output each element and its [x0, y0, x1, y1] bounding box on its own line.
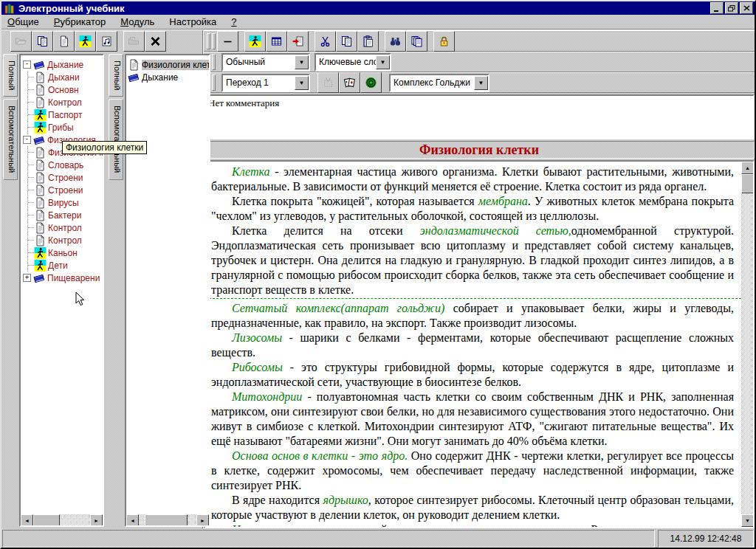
glossary-term[interactable]: Рибосомы — [232, 361, 283, 373]
lock-button[interactable] — [433, 31, 455, 52]
tree-item[interactable]: Основн — [28, 83, 103, 96]
scroll-left-icon[interactable]: ◄ — [126, 514, 139, 527]
scroll-left-icon[interactable]: ◄ — [21, 514, 33, 527]
paragraph: Клетка покрыта "кожицей", которая называ… — [211, 194, 734, 224]
menu-item[interactable]: ? — [231, 16, 236, 27]
pages-button[interactable] — [406, 31, 427, 52]
tab-auxiliary[interactable]: Вспомогательный — [3, 99, 18, 179]
tree-item[interactable]: Грибы — [28, 121, 103, 134]
dash-icon — [221, 35, 234, 47]
chevron-down-icon[interactable]: ▼ — [295, 76, 309, 90]
article-vscrollbar[interactable]: ▲ ▼ — [741, 162, 753, 527]
toolbar-grip[interactable] — [212, 75, 216, 91]
glossary-term[interactable]: Цитоплазма — [232, 523, 295, 527]
tree-item[interactable]: Строени — [28, 184, 103, 196]
target-button[interactable] — [360, 72, 382, 93]
expand-toggle-icon[interactable]: + — [23, 274, 31, 282]
table-icon — [270, 35, 283, 47]
scroll-thumb[interactable] — [33, 514, 60, 527]
close-button[interactable] — [740, 2, 753, 14]
tree-item[interactable]: Дыхание — [128, 71, 209, 83]
tree-item[interactable]: Бактери — [28, 209, 103, 221]
chevron-down-icon[interactable]: ▼ — [474, 76, 488, 90]
paste-icon — [362, 35, 374, 47]
table-button[interactable] — [266, 31, 287, 52]
import-page-button[interactable] — [287, 31, 309, 52]
collapse-toggle-icon[interactable]: - — [23, 136, 31, 144]
glossary-term[interactable]: эндолазматической сетью, — [420, 224, 571, 237]
tab-full[interactable]: Полный — [3, 54, 18, 97]
tree-item-label: Контрол — [48, 235, 82, 246]
chevron-down-icon[interactable]: ▼ — [295, 55, 309, 69]
scroll-thumb[interactable] — [145, 514, 188, 527]
cut-button[interactable] — [315, 31, 336, 52]
glossary-term[interactable]: ядрышко — [323, 494, 368, 506]
scroll-up-icon[interactable]: ▲ — [741, 162, 754, 174]
menu-item[interactable]: Модуль — [120, 16, 154, 27]
search-button[interactable] — [385, 31, 406, 52]
search-mode-combobox[interactable]: Ключевые слов ▼ — [315, 53, 391, 72]
menu-item[interactable]: Рубрикатор — [54, 16, 106, 27]
scroll-right-icon[interactable]: ► — [90, 514, 103, 527]
anchor-combobox[interactable]: Комплекс Гольджи ▼ — [389, 74, 489, 92]
main-area: ПолныйВспомогательный -ДыханиеДыханиОсно… — [1, 30, 755, 528]
toolbar-grip[interactable] — [212, 54, 216, 70]
scroll-down-icon[interactable]: ▼ — [741, 514, 754, 527]
chevron-down-icon[interactable]: ▼ — [376, 55, 390, 69]
delete-button[interactable] — [145, 31, 166, 52]
tree-item[interactable]: -Дыхание — [22, 58, 103, 71]
page-icon — [34, 184, 46, 196]
glossary-term[interactable]: Клетка — [232, 165, 270, 178]
tree-item[interactable]: Контрол — [28, 96, 103, 108]
page-icon — [34, 172, 46, 184]
tree-item[interactable]: Строени — [28, 171, 103, 184]
toolbar-grip[interactable] — [207, 33, 210, 49]
page-icon — [34, 159, 46, 171]
collapse-toggle-icon[interactable]: - — [23, 61, 31, 69]
tree-item[interactable]: Контрол — [28, 234, 103, 246]
scroll-thumb[interactable] — [741, 174, 755, 193]
run-module-button[interactable] — [244, 31, 266, 52]
dash-button[interactable] — [217, 31, 238, 52]
copy-button[interactable] — [336, 31, 357, 52]
comment-box[interactable]: Нет комментария — [204, 94, 755, 139]
tab-auxiliary[interactable]: Вспомогательный — [109, 99, 123, 179]
glossary-term[interactable]: Митохондрии — [232, 390, 302, 403]
tree-item[interactable]: Вирусы — [28, 196, 103, 209]
tree-item[interactable]: Дети — [28, 259, 103, 272]
tree2-hscrollbar[interactable]: ◄ ► — [126, 514, 209, 525]
tab-full[interactable]: Полный — [109, 54, 123, 97]
app-books-icon — [4, 3, 16, 14]
glossary-term[interactable]: мембрана — [478, 195, 528, 207]
glossary-term[interactable]: Сетчатый комплекс(аппарат гольджи) — [232, 302, 444, 314]
menu-item[interactable]: Настройка — [169, 16, 216, 27]
docs-icon — [410, 35, 423, 47]
app-window: Электронный учебник ОбщиеРубрикаторМодул… — [0, 0, 756, 549]
tree-connector — [28, 77, 34, 77]
tree-item[interactable]: Словарь — [28, 159, 103, 171]
run-module-button[interactable] — [75, 31, 96, 52]
glossary-term[interactable]: Лизосомы — [232, 331, 282, 344]
article-panel: Клетка - элементарная частица живого орг… — [204, 160, 755, 528]
tree-item[interactable]: Дыхани — [28, 71, 103, 83]
tree1-hscrollbar[interactable]: ◄ ► — [21, 514, 103, 525]
copy-button[interactable] — [32, 31, 53, 52]
tree-item[interactable]: +Пищеварени — [22, 272, 103, 284]
tree-item[interactable]: Физиология клетк — [128, 58, 209, 71]
menu-item[interactable]: Общие — [7, 16, 39, 27]
cards-button[interactable] — [339, 72, 360, 93]
scroll-right-icon[interactable]: ► — [196, 514, 209, 527]
tree-item[interactable]: Контрол — [28, 221, 103, 234]
tree-item[interactable]: Паспорт — [28, 108, 103, 121]
glossary-term[interactable]: Основа основ в клетки - это ядро. — [232, 449, 408, 462]
tree-connector — [28, 202, 34, 203]
paste-button[interactable] — [357, 31, 379, 52]
media-button[interactable] — [96, 31, 117, 52]
document-button[interactable] — [53, 31, 75, 52]
style-combobox[interactable]: Обычный ▼ — [221, 53, 310, 72]
transition-combobox[interactable]: Переход 1 ▼ — [221, 74, 310, 92]
tree-item[interactable]: Каньон — [28, 246, 103, 259]
restore-button[interactable] — [725, 2, 738, 14]
toolbar-grip[interactable] — [212, 33, 216, 49]
minimize-button[interactable] — [710, 2, 724, 14]
